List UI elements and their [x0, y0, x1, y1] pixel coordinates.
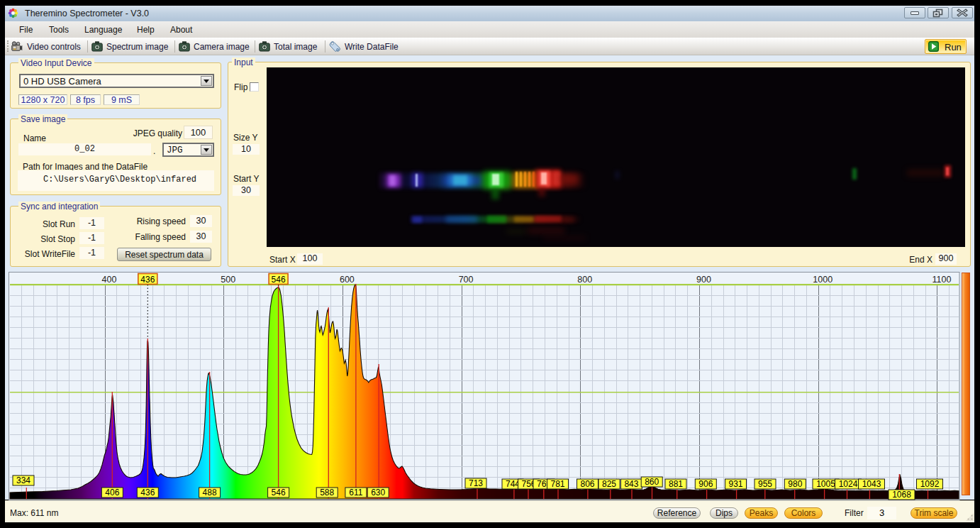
svg-text:1068: 1068	[892, 490, 911, 500]
svg-text:825: 825	[602, 479, 616, 489]
svg-text:546: 546	[272, 275, 286, 285]
svg-text:488: 488	[203, 488, 217, 497]
svg-text:1100: 1100	[932, 275, 951, 285]
svg-text:630: 630	[371, 488, 385, 497]
svg-text:781: 781	[550, 479, 564, 489]
svg-text:1043: 1043	[862, 479, 881, 489]
svg-text:906: 906	[698, 479, 713, 489]
svg-text:546: 546	[272, 488, 286, 497]
svg-text:406: 406	[105, 488, 119, 497]
svg-text:806: 806	[580, 479, 594, 489]
svg-text:436: 436	[140, 488, 155, 497]
svg-text:600: 600	[340, 275, 355, 285]
svg-text:843: 843	[624, 479, 638, 489]
svg-text:955: 955	[758, 479, 772, 489]
svg-text:500: 500	[221, 275, 235, 285]
svg-text:860: 860	[645, 477, 659, 487]
svg-text:1000: 1000	[813, 275, 833, 285]
svg-text:931: 931	[728, 479, 742, 489]
svg-text:1005: 1005	[816, 479, 835, 489]
svg-text:1092: 1092	[920, 479, 940, 489]
svg-text:700: 700	[459, 275, 474, 285]
svg-text:400: 400	[102, 275, 117, 285]
svg-text:713: 713	[469, 478, 483, 488]
svg-text:800: 800	[577, 275, 592, 285]
svg-text:588: 588	[320, 488, 334, 497]
svg-text:900: 900	[696, 275, 711, 285]
svg-text:436: 436	[140, 275, 155, 285]
svg-text:334: 334	[16, 475, 30, 485]
svg-text:611: 611	[349, 488, 362, 497]
svg-text:980: 980	[788, 479, 802, 489]
svg-text:1024: 1024	[839, 479, 858, 489]
svg-text:881: 881	[669, 479, 683, 489]
